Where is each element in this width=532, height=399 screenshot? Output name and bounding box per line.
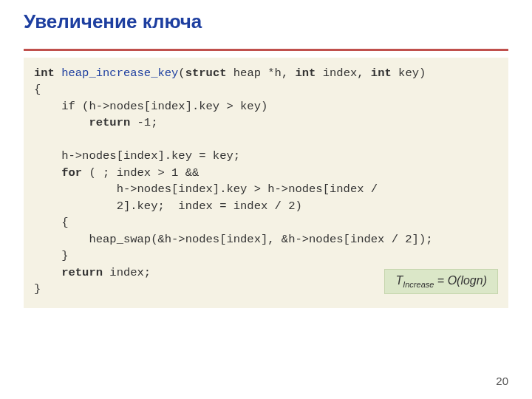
page-number: 20 [496, 375, 508, 387]
code-token: int [34, 66, 61, 80]
complexity-subscript: Increase [403, 280, 434, 289]
complexity-bigo: O [448, 274, 457, 287]
code-token: struct [185, 66, 233, 80]
complexity-symbol: T [395, 274, 403, 287]
code-line [34, 132, 498, 148]
code-line: for ( ; index > 1 && [34, 165, 498, 181]
code-line: if (h->nodes[index].key > key) [34, 98, 498, 115]
code-line: int heap_increase_key(struct heap *h, in… [34, 65, 498, 81]
complexity-annotation: TIncrease = O(logn) [384, 269, 498, 294]
code-token: if (h->nodes[index].key > key) [61, 100, 267, 113]
code-token: ( ; index > 1 && [89, 166, 199, 180]
title-underline [24, 49, 508, 51]
code-token: int [296, 66, 323, 80]
code-token: h->nodes[index].key > h->nodes[index / [117, 183, 378, 196]
code-line: h->nodes[index].key > h->nodes[index / [34, 181, 498, 197]
slide: Увеличение ключа int heap_increase_key(s… [0, 0, 532, 399]
code-token: int [371, 66, 398, 80]
complexity-close: ) [483, 274, 487, 287]
code-line: return -1; [34, 115, 498, 131]
code-token: { [61, 216, 68, 229]
code-token: heap *h, [233, 66, 296, 80]
code-token: index, [323, 66, 371, 80]
code-line: heap_swap(&h->nodes[index], &h->nodes[in… [34, 231, 498, 248]
code-token: { [34, 83, 41, 96]
code-token: return [89, 116, 137, 129]
code-line: 2].key; index = index / 2) [34, 198, 498, 214]
code-line: { [34, 214, 498, 231]
code-line: } [34, 248, 498, 264]
code-token: key) [398, 66, 426, 80]
code-line: { [34, 81, 498, 98]
code-token: index; [109, 266, 151, 279]
complexity-open: (log [457, 274, 477, 287]
complexity-var: n [477, 274, 483, 287]
code-token: for [61, 166, 89, 180]
code-token: return [61, 266, 109, 279]
slide-title: Увеличение ключа [24, 12, 202, 32]
code-token: h->nodes[index].key = key; [61, 149, 240, 163]
code-token: } [61, 249, 68, 262]
complexity-equals: = [434, 274, 447, 287]
code-token: } [34, 282, 41, 296]
code-token: -1; [137, 116, 158, 129]
code-token: ( [178, 66, 185, 80]
code-token: heap_swap(&h->nodes[index], &h->nodes[in… [89, 233, 432, 246]
code-token: heap_increase_key [61, 66, 178, 80]
code-line: h->nodes[index].key = key; [34, 148, 498, 164]
code-token: 2].key; index = index / 2) [117, 200, 302, 213]
